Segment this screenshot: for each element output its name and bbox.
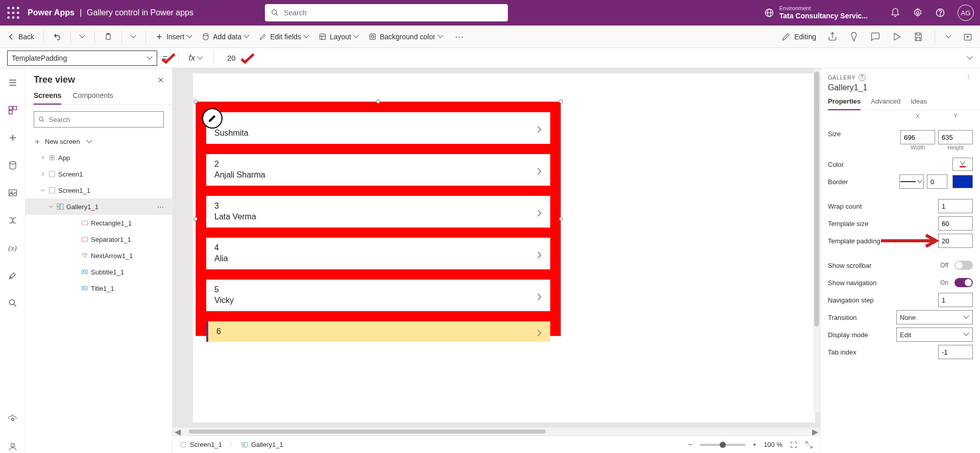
chevron-right-icon[interactable]: ›	[536, 244, 542, 263]
play-icon[interactable]	[892, 32, 902, 42]
save-icon[interactable]	[913, 32, 923, 42]
hamburger-icon[interactable]	[7, 77, 19, 89]
zoom-in-icon[interactable]: +	[753, 441, 757, 448]
color-swatch[interactable]	[952, 158, 973, 171]
chevron-right-icon[interactable]: ›	[536, 286, 542, 305]
environment-picker[interactable]: Environment Tata Consultancy Servic...	[764, 5, 868, 20]
publish-icon[interactable]	[963, 32, 973, 42]
chevron-right-icon[interactable]: ›	[536, 119, 542, 138]
tab-properties[interactable]: Properties	[828, 97, 861, 110]
width-input[interactable]	[900, 130, 935, 144]
chevron-right-icon[interactable]: ›	[536, 161, 542, 180]
item-menu[interactable]: ⋯	[157, 203, 165, 211]
tree-item-screen1-1[interactable]: Screen1_1	[26, 182, 172, 198]
media-icon[interactable]	[7, 187, 19, 199]
tab-advanced[interactable]: Advanced	[871, 97, 900, 110]
bgcolor-button[interactable]: Background color	[369, 33, 444, 41]
save-dropdown[interactable]	[946, 34, 951, 39]
template-padding-input[interactable]	[938, 234, 973, 248]
paste-dropdown[interactable]	[131, 34, 136, 39]
paste-button[interactable]	[104, 33, 112, 41]
border-width-input[interactable]	[927, 174, 947, 189]
formula-value[interactable]: 20	[224, 54, 236, 62]
variables-icon[interactable]: (x)	[7, 242, 19, 254]
resize-handle[interactable]	[559, 217, 563, 221]
tree-item-separator[interactable]: Separator1_1	[26, 231, 172, 247]
help-icon[interactable]: ?	[859, 74, 866, 81]
search-rail-icon[interactable]	[7, 297, 19, 309]
editing-mode-button[interactable]: Editing	[781, 32, 816, 42]
chevron-right-icon[interactable]: ›	[536, 203, 542, 221]
global-search[interactable]	[265, 4, 508, 21]
canvas-area[interactable]: 1Sushmita›2Anjali Sharma›3Lata Verma›4Al…	[173, 68, 820, 427]
breadcrumb-control[interactable]: Gallery1_1	[241, 441, 283, 448]
property-input[interactable]	[12, 54, 148, 62]
tree-item-nextarrow[interactable]: NextArrow1_1	[26, 247, 172, 264]
user-avatar[interactable]: AG	[958, 5, 974, 21]
overflow-menu[interactable]: ⋯	[453, 31, 465, 42]
tree-item-title[interactable]: Title1_1	[26, 280, 172, 296]
edit-template-icon[interactable]	[202, 108, 223, 129]
property-selector[interactable]	[7, 51, 157, 66]
new-screen-button[interactable]: New screen	[26, 134, 172, 149]
tree-item-app[interactable]: App	[26, 149, 172, 166]
popout-icon[interactable]	[805, 441, 813, 449]
tools-icon[interactable]	[7, 269, 19, 282]
chevron-right-icon[interactable]: 〉	[967, 73, 973, 81]
comments-icon[interactable]	[870, 32, 880, 42]
settings-icon[interactable]	[913, 8, 923, 18]
display-mode-select[interactable]: Edit	[896, 328, 973, 342]
virtual-agent-icon[interactable]	[7, 441, 19, 453]
horizontal-scrollbar[interactable]: ◀ ▶	[173, 427, 820, 436]
gallery-row[interactable]: 4Alia›	[206, 238, 550, 269]
resize-handle[interactable]	[559, 99, 563, 104]
chevron-right-icon[interactable]: ›	[536, 322, 542, 341]
gallery-row[interactable]: 2Anjali Sharma›	[206, 154, 550, 186]
show-scrollbar-toggle[interactable]	[954, 261, 973, 270]
gallery-row[interactable]: 3Lata Verma›	[206, 196, 550, 228]
tree-search[interactable]	[34, 111, 164, 128]
template-size-input[interactable]	[938, 216, 973, 231]
expand-formula-icon[interactable]	[968, 54, 973, 63]
tree-search-input[interactable]	[49, 116, 159, 123]
gallery-row[interactable]: 5Vicky›	[206, 280, 550, 311]
resize-handle[interactable]	[193, 99, 198, 104]
notifications-icon[interactable]	[890, 8, 900, 18]
checker-icon[interactable]	[849, 32, 859, 42]
transition-select[interactable]: None	[896, 310, 973, 324]
wrap-count-input[interactable]	[938, 199, 973, 213]
fit-icon[interactable]	[790, 441, 798, 449]
gallery-row[interactable]: 1Sushmita›	[206, 112, 550, 144]
breadcrumb-screen[interactable]: Screen1_1	[180, 441, 222, 448]
share-icon[interactable]	[827, 32, 838, 42]
border-style-select[interactable]	[899, 174, 924, 189]
resize-handle[interactable]	[193, 217, 198, 221]
back-button[interactable]: Back	[7, 33, 34, 41]
tab-index-input[interactable]	[938, 345, 973, 359]
nav-step-input[interactable]	[938, 293, 973, 307]
tree-view-icon[interactable]	[7, 104, 19, 116]
tab-screens[interactable]: Screens	[34, 91, 61, 105]
add-data-button[interactable]: Add data	[202, 33, 250, 41]
tree-item-subtitle[interactable]: Subtitle1_1	[26, 264, 172, 280]
data-icon[interactable]	[7, 159, 19, 171]
flows-icon[interactable]	[7, 214, 19, 226]
show-navigation-toggle[interactable]	[954, 278, 973, 287]
insert-icon[interactable]	[7, 132, 19, 144]
edit-fields-button[interactable]: Edit fields	[259, 33, 309, 41]
settings-rail-icon[interactable]	[7, 413, 19, 425]
tree-item-screen1[interactable]: Screen1	[26, 166, 172, 182]
control-name[interactable]: Gallery1_1	[821, 83, 980, 95]
close-panel-icon[interactable]: ✕	[158, 76, 164, 84]
insert-button[interactable]: Insert	[155, 33, 192, 41]
zoom-slider[interactable]	[700, 444, 746, 446]
app-launcher-icon[interactable]	[6, 6, 20, 20]
gallery-row[interactable]: 6›	[206, 321, 550, 342]
search-input[interactable]	[284, 9, 502, 17]
height-input[interactable]	[938, 130, 973, 144]
tab-components[interactable]: Components	[72, 91, 113, 105]
undo-button[interactable]	[53, 33, 61, 41]
resize-handle[interactable]	[376, 99, 380, 104]
border-color-swatch[interactable]	[952, 175, 973, 188]
tab-ideas[interactable]: Ideas	[911, 97, 927, 110]
